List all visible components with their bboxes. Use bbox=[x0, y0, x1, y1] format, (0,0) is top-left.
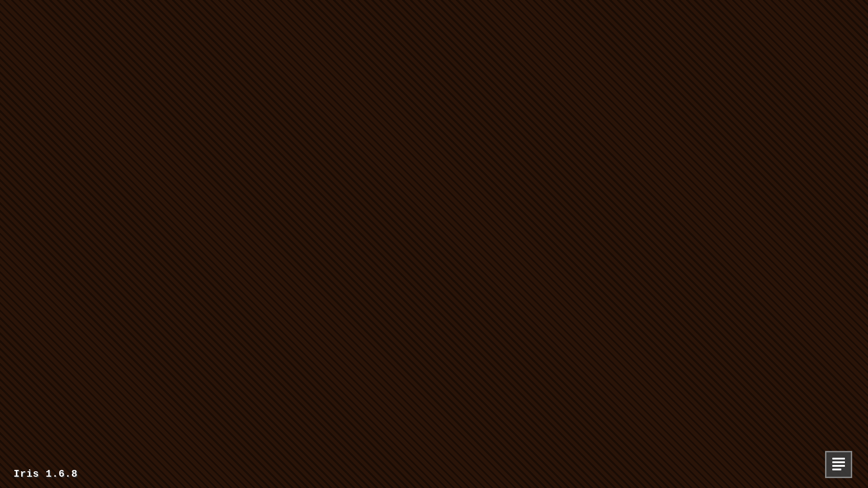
reflections-label: Reflections bbox=[200, 256, 411, 269]
partial-right bbox=[435, 284, 683, 302]
sky-button[interactable]: Sky › bbox=[435, 244, 683, 281]
ambient-occlusion-label: Ambient Occlusion bbox=[449, 142, 661, 155]
shader-name: Sildur's+Enhanced+Default+v1.16+Fast.zip bbox=[222, 57, 542, 83]
upload-button[interactable]: ⬆ bbox=[564, 57, 586, 83]
page-subtitle: Configure bbox=[367, 37, 500, 51]
partial-left bbox=[185, 284, 433, 302]
depth-of-field-chevron: › bbox=[661, 181, 668, 193]
motionblur-label: Motionblur bbox=[449, 218, 661, 231]
profile-section: Profile: Fancy bbox=[294, 92, 574, 119]
main-container: Shader Packs Configure Sildur's+Enhanced… bbox=[9, 9, 859, 479]
normal-map-button[interactable]: Normal map › bbox=[185, 206, 433, 243]
download-button[interactable]: ⬇ bbox=[542, 57, 564, 83]
profile-label: Profile: bbox=[294, 92, 384, 119]
colors-chevron: › bbox=[411, 181, 419, 193]
antialiasing-chevron: › bbox=[411, 143, 419, 155]
colors-label: Colors bbox=[200, 180, 411, 193]
shader-bar: Sildur's+Enhanced+Default+v1.16+Fast.zip… bbox=[222, 57, 646, 83]
sky-chevron: › bbox=[661, 257, 668, 269]
settings-grid-partial bbox=[185, 284, 683, 302]
depth-of-field-button[interactable]: Depth of field › bbox=[435, 169, 683, 205]
svg-rect-0 bbox=[832, 458, 845, 460]
title-area: Shader Packs Configure bbox=[367, 18, 500, 51]
book-icon bbox=[830, 455, 847, 474]
upload-icon: ⬆ bbox=[572, 64, 580, 76]
version-text: Iris 1.6.8 bbox=[14, 469, 78, 480]
reset-button[interactable]: Reset bbox=[586, 58, 646, 82]
sky-label: Sky bbox=[449, 256, 661, 269]
settings-grid: Antialiasing › Ambient Occlusion › Color… bbox=[185, 131, 683, 281]
reflections-chevron: › bbox=[411, 257, 419, 269]
page-title: Shader Packs bbox=[367, 18, 500, 37]
svg-rect-2 bbox=[832, 465, 845, 467]
reflections-button[interactable]: Reflections › bbox=[185, 244, 433, 281]
normal-map-chevron: › bbox=[411, 219, 419, 231]
motionblur-button[interactable]: Motionblur › bbox=[435, 206, 683, 243]
profile-value-button[interactable]: Fancy bbox=[384, 92, 574, 119]
depth-of-field-label: Depth of field bbox=[449, 180, 661, 193]
download-icon: ⬇ bbox=[550, 64, 558, 76]
svg-rect-1 bbox=[832, 461, 845, 463]
ambient-occlusion-chevron: › bbox=[661, 143, 668, 155]
normal-map-label: Normal map bbox=[200, 218, 411, 231]
antialiasing-button[interactable]: Antialiasing › bbox=[185, 131, 433, 167]
motionblur-chevron: › bbox=[661, 219, 668, 231]
colors-button[interactable]: Colors › bbox=[185, 169, 433, 205]
book-icon-button[interactable] bbox=[825, 451, 852, 478]
ambient-occlusion-button[interactable]: Ambient Occlusion › bbox=[435, 131, 683, 167]
svg-rect-3 bbox=[832, 469, 841, 470]
antialiasing-label: Antialiasing bbox=[200, 142, 411, 155]
